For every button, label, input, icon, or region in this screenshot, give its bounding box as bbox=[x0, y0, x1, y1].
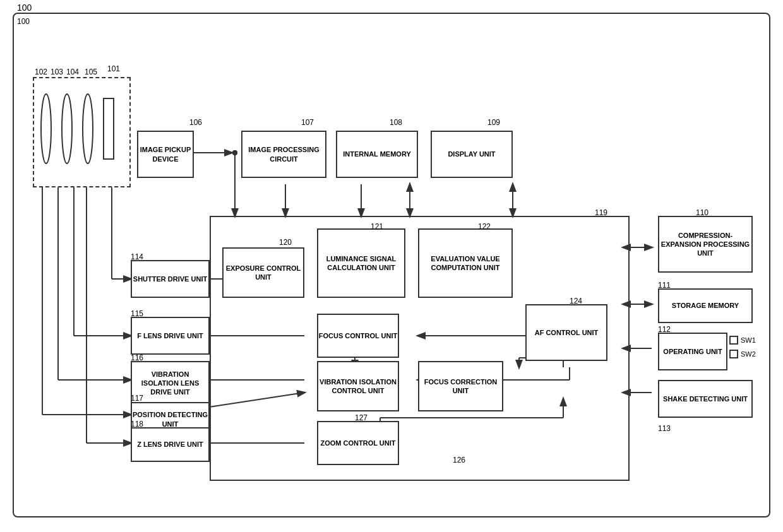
ref-105: 105 bbox=[85, 68, 97, 76]
ref-112: 112 bbox=[658, 325, 671, 334]
lens-104-svg bbox=[79, 85, 97, 173]
sw-group: SW1 SW2 bbox=[729, 336, 756, 358]
ref-124: 124 bbox=[570, 297, 582, 305]
box-internal-memory: INTERNAL MEMORY bbox=[336, 131, 418, 178]
ref-103: 103 bbox=[51, 68, 63, 76]
ref-100-label: 100 bbox=[17, 17, 30, 26]
box-image-processing-circuit: IMAGE PROCESSING CIRCUIT bbox=[241, 131, 326, 178]
ref-100: 100 bbox=[17, 3, 32, 13]
shutter-105-svg bbox=[102, 97, 115, 160]
box-zoom-control: ZOOM CONTROL UNIT bbox=[317, 421, 399, 465]
box-z-lens-drive: Z LENS DRIVE UNIT bbox=[131, 427, 210, 462]
svg-point-43 bbox=[41, 94, 51, 163]
ref-119: 119 bbox=[595, 208, 607, 217]
lens-group-101 bbox=[33, 77, 131, 187]
box-display-unit: DISPLAY UNIT bbox=[431, 131, 513, 178]
box-operating-unit: OPERATING UNIT bbox=[658, 333, 727, 370]
ref-122: 122 bbox=[478, 222, 491, 231]
ref-102: 102 bbox=[35, 68, 47, 76]
box-af-control: AF CONTROL UNIT bbox=[525, 304, 607, 361]
ref-117: 117 bbox=[131, 394, 143, 403]
diagram-container: 100 bbox=[13, 13, 770, 517]
ref-127: 127 bbox=[355, 413, 368, 422]
box-vibration-isolation-control: VIBRATION ISOLATION CONTROL UNIT bbox=[317, 361, 399, 411]
sw1-row: SW1 bbox=[729, 336, 756, 345]
ref-107: 107 bbox=[301, 118, 314, 127]
box-shake-detecting: SHAKE DETECTING UNIT bbox=[658, 380, 753, 418]
box-shutter-drive: SHUTTER DRIVE UNIT bbox=[131, 260, 210, 298]
sw1-label: SW1 bbox=[741, 336, 756, 344]
ref-106: 106 bbox=[189, 118, 202, 127]
ref-101: 101 bbox=[107, 64, 120, 73]
box-exposure-control: EXPOSURE CONTROL UNIT bbox=[222, 247, 304, 298]
box-compression-expansion: COMPRESSION-EXPANSION PROCESSING UNIT bbox=[658, 216, 753, 273]
box-image-pickup-device: IMAGE PICKUP DEVICE bbox=[137, 131, 194, 178]
sw2-checkbox bbox=[729, 350, 738, 358]
ref-115: 115 bbox=[131, 309, 143, 318]
ref-113: 113 bbox=[658, 424, 671, 433]
ref-104: 104 bbox=[66, 68, 79, 76]
ref-121: 121 bbox=[371, 222, 383, 231]
ref-114: 114 bbox=[131, 252, 143, 261]
junction-dot bbox=[232, 150, 237, 155]
ref-118: 118 bbox=[131, 420, 143, 429]
ref-109: 109 bbox=[487, 118, 500, 127]
ref-111: 111 bbox=[658, 281, 671, 290]
ref-116: 116 bbox=[131, 353, 143, 362]
svg-rect-46 bbox=[104, 98, 114, 159]
box-focus-correction: FOCUS CORRECTION UNIT bbox=[418, 361, 503, 411]
ref-120: 120 bbox=[279, 238, 292, 247]
sw2-row: SW2 bbox=[729, 350, 756, 358]
lens-103-svg bbox=[58, 85, 76, 173]
box-evaluation-value: EVALUATION VALUE COMPUTATION UNIT bbox=[418, 228, 513, 298]
lens-102-svg bbox=[37, 85, 55, 173]
ref-126: 126 bbox=[453, 456, 465, 464]
box-focus-control: FOCUS CONTROL UNIT bbox=[317, 314, 399, 358]
box-luminance-signal: LUMINANCE SIGNAL CALCULATION UNIT bbox=[317, 228, 405, 298]
sw1-checkbox bbox=[729, 336, 738, 345]
box-f-lens-drive: F LENS DRIVE UNIT bbox=[131, 317, 210, 355]
svg-point-44 bbox=[62, 94, 72, 163]
box-storage-memory: STORAGE MEMORY bbox=[658, 288, 753, 323]
ref-108: 108 bbox=[390, 118, 402, 127]
svg-point-45 bbox=[83, 94, 93, 163]
ref-110: 110 bbox=[696, 208, 708, 217]
sw2-label: SW2 bbox=[741, 350, 756, 358]
